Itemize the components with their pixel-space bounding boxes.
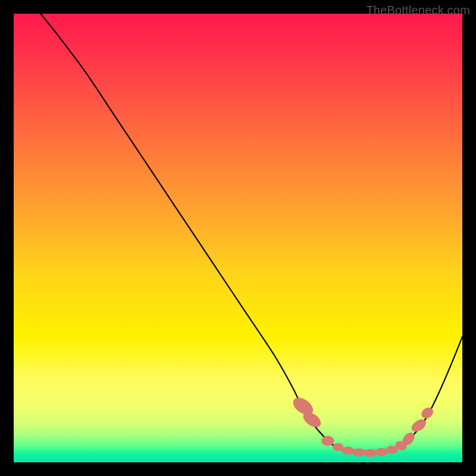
curve-markers: [290, 394, 435, 457]
chart-frame: TheBottleneck.com: [0, 0, 476, 476]
plot-area: [14, 14, 462, 462]
curve-marker: [364, 449, 377, 457]
curve-marker: [321, 436, 334, 446]
curve-marker: [342, 447, 354, 455]
plot-svg: [14, 14, 462, 462]
bottleneck-curve: [40, 14, 462, 453]
curve-marker: [375, 448, 388, 456]
curve-marker: [419, 405, 436, 421]
watermark-label: TheBottleneck.com: [366, 4, 470, 17]
